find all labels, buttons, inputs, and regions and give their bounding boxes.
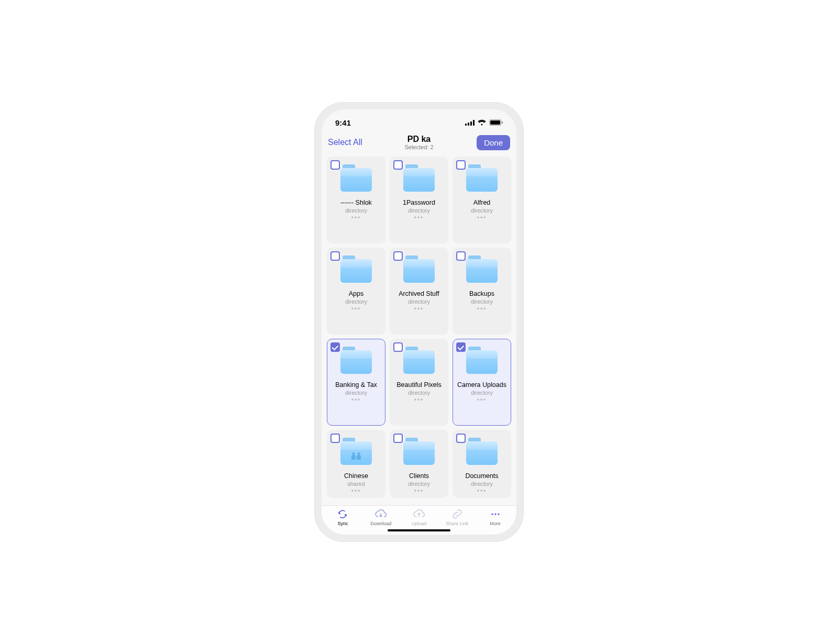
status-bar: 9:41 — [322, 109, 516, 130]
folder-checkbox[interactable] — [456, 342, 466, 352]
folder-more-icon[interactable]: ••• — [477, 397, 487, 403]
folder-checkbox[interactable] — [456, 251, 466, 261]
share-link-label: Share Link — [446, 521, 468, 526]
svg-point-9 — [498, 513, 499, 515]
folder-name: Banking & Tax — [335, 381, 377, 388]
folder-icon — [403, 256, 435, 283]
folder-card[interactable]: Archived Stuffdirectory••• — [390, 248, 448, 335]
svg-rect-2 — [470, 121, 472, 126]
nav-header: Select All PD ka Selected: 2 Done — [322, 130, 516, 154]
folder-more-icon[interactable]: ••• — [351, 488, 361, 494]
folder-type: directory — [408, 207, 430, 214]
battery-icon — [489, 119, 503, 126]
folder-name: Beautiful Pixels — [396, 381, 441, 388]
folder-card[interactable]: Beautiful Pixelsdirectory••• — [390, 339, 448, 426]
folder-type: directory — [471, 390, 493, 396]
folder-icon — [403, 164, 435, 192]
svg-rect-1 — [468, 123, 469, 126]
home-indicator[interactable] — [388, 529, 450, 531]
folder-more-icon[interactable]: ••• — [351, 306, 361, 312]
folder-checkbox[interactable] — [330, 251, 340, 261]
folder-checkbox[interactable] — [393, 251, 403, 261]
more-icon — [490, 509, 501, 519]
folder-grid-container[interactable]: ------ Shlokdirectory•••1Passworddirecto… — [322, 154, 516, 505]
folder-checkbox[interactable] — [330, 160, 340, 170]
folder-name: Alfred — [473, 199, 491, 206]
upload-icon — [413, 509, 425, 519]
folder-checkbox[interactable] — [456, 160, 466, 170]
more-button[interactable]: More — [480, 509, 511, 526]
folder-icon — [466, 164, 498, 192]
folder-icon — [340, 256, 372, 283]
folder-more-icon[interactable]: ••• — [414, 488, 424, 494]
svg-rect-5 — [490, 120, 500, 125]
folder-icon — [340, 164, 372, 192]
phone-screen: 9:41 Select All PD ka — [322, 109, 516, 535]
folder-more-icon[interactable]: ••• — [477, 306, 487, 312]
folder-icon — [466, 256, 498, 283]
folder-checkbox[interactable] — [330, 434, 340, 443]
folder-type: directory — [471, 207, 493, 214]
folder-icon — [466, 347, 498, 374]
upload-button[interactable]: Upload — [403, 509, 435, 526]
folder-card[interactable]: Chineseshared••• — [327, 430, 385, 498]
folder-grid: ------ Shlokdirectory•••1Passworddirecto… — [327, 157, 511, 498]
folder-card[interactable]: Camera Uploadsdirectory••• — [453, 339, 511, 426]
svg-rect-6 — [502, 121, 503, 124]
folder-card[interactable]: Appsdirectory••• — [327, 248, 385, 335]
folder-name: Camera Uploads — [457, 381, 506, 388]
sync-label: Sync — [337, 521, 348, 526]
folder-type: directory — [345, 207, 367, 214]
upload-label: Upload — [412, 521, 427, 526]
folder-name: Backups — [469, 290, 494, 297]
sync-button[interactable]: Sync — [327, 509, 358, 526]
folder-more-icon[interactable]: ••• — [414, 215, 424, 221]
folder-card[interactable]: ------ Shlokdirectory••• — [327, 157, 385, 243]
folder-more-icon[interactable]: ••• — [414, 397, 424, 403]
folder-checkbox[interactable] — [393, 342, 403, 352]
folder-card[interactable]: Documentsdirectory••• — [453, 430, 511, 498]
folder-name: Chinese — [344, 472, 368, 480]
nav-title-group: PD ka Selected: 2 — [373, 135, 465, 151]
status-time: 9:41 — [335, 118, 351, 127]
folder-card[interactable]: Alfreddirectory••• — [453, 157, 511, 243]
more-label: More — [490, 521, 501, 526]
folder-type: directory — [408, 298, 430, 305]
folder-card[interactable]: Clientsdirectory••• — [390, 430, 448, 498]
folder-name: Clients — [409, 472, 429, 480]
folder-name: Archived Stuff — [399, 290, 439, 297]
folder-more-icon[interactable]: ••• — [477, 215, 487, 221]
folder-name: Documents — [465, 472, 498, 480]
folder-type: directory — [408, 481, 430, 487]
folder-icon — [403, 347, 435, 374]
folder-more-icon[interactable]: ••• — [414, 306, 424, 312]
folder-card[interactable]: Backupsdirectory••• — [453, 248, 511, 335]
canvas: 9:41 Select All PD ka — [0, 0, 838, 644]
folder-checkbox[interactable] — [393, 434, 403, 443]
folder-card[interactable]: Banking & Taxdirectory••• — [327, 339, 385, 426]
sync-icon — [337, 509, 348, 519]
selection-count: Selected: 2 — [373, 144, 465, 150]
folder-card[interactable]: 1Passworddirectory••• — [390, 157, 448, 243]
folder-more-icon[interactable]: ••• — [351, 397, 361, 403]
svg-rect-0 — [465, 124, 467, 126]
folder-more-icon[interactable]: ••• — [351, 215, 361, 221]
svg-point-7 — [491, 513, 493, 515]
phone-frame: 9:41 Select All PD ka — [314, 102, 524, 542]
folder-type: shared — [347, 481, 365, 487]
folder-icon — [403, 438, 435, 465]
wifi-icon — [478, 119, 486, 126]
download-button[interactable]: Download — [365, 509, 396, 526]
folder-checkbox[interactable] — [330, 342, 340, 352]
folder-checkbox[interactable] — [393, 160, 403, 170]
folder-icon — [466, 438, 498, 465]
share-link-button[interactable]: Share Link — [442, 509, 473, 526]
select-all-button[interactable]: Select All — [328, 138, 373, 147]
folder-more-icon[interactable]: ••• — [477, 488, 487, 494]
folder-checkbox[interactable] — [456, 434, 466, 443]
folder-type: directory — [408, 390, 430, 396]
folder-name: 1Password — [403, 199, 435, 206]
page-title: PD ka — [373, 135, 465, 144]
done-button[interactable]: Done — [477, 135, 510, 150]
shared-folder-icon — [340, 438, 372, 465]
